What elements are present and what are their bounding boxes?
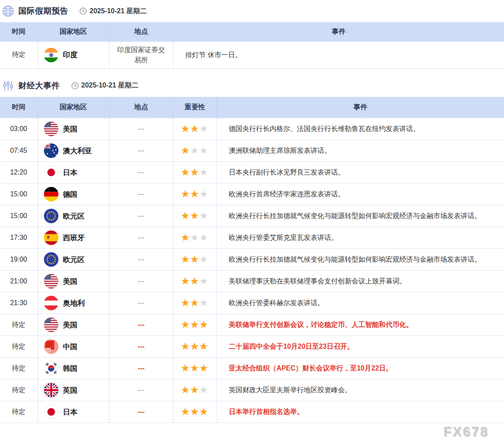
importance-rating: ★★★ [173, 205, 217, 227]
country-cell: 德国 [38, 184, 109, 205]
flag-jp-icon [44, 165, 58, 180]
importance-rating: ★★★ [173, 162, 217, 184]
flag-us-icon [44, 274, 58, 289]
table-row: 待定印度印度国家证券交易所排灯节 休市一日。 [0, 41, 504, 68]
time-cell: 17:30 [0, 227, 38, 249]
events-section-header: 财经大事件 2025-10-21 星期二 [0, 75, 504, 97]
col-header-time: 时间 [0, 97, 38, 118]
table-row: 15:00德国---★★★欧洲央行首席经济学家连恩发表讲话。 [0, 184, 504, 205]
holiday-section-header: 国际假期预告 2025-10-21 星期二 [0, 0, 504, 22]
country-name: 奥地利 [63, 298, 85, 308]
time-cell: 待定 [0, 336, 38, 358]
location-cell: --- [109, 358, 173, 379]
star-filled-icon: ★ [181, 232, 190, 243]
event-cell: 欧洲央行管委科赫尔发表讲话。 [217, 292, 504, 314]
star-filled-icon: ★ [181, 385, 190, 395]
location-cell: --- [109, 184, 173, 205]
star-filled-icon: ★ [181, 123, 190, 134]
event-cell: 亚太经合组织（APEC）财长会议举行，至10月22日。 [217, 358, 504, 379]
col-header-country: 国家地区 [38, 97, 109, 118]
star-empty-icon: ★ [200, 189, 209, 199]
country-name: 美国 [63, 320, 78, 330]
time-cell: 15:00 [0, 205, 38, 227]
country-cell: 美国 [38, 118, 109, 140]
fx678-watermark: FX678 [443, 424, 489, 440]
event-cell: 欧洲央行管委艾斯克里瓦发表讲话。 [217, 227, 504, 249]
country-cell: 美国 [38, 271, 109, 292]
country-name: 欧元区 [63, 211, 85, 221]
time-cell: 待定 [0, 401, 38, 423]
star-filled-icon: ★ [200, 363, 209, 373]
country-cell: 英国 [38, 379, 109, 401]
time-cell: 03:00 [0, 118, 38, 140]
time-cell: 12:20 [0, 162, 38, 184]
holiday-date: 2025-10-21 星期二 [79, 7, 147, 16]
star-filled-icon: ★ [181, 276, 190, 286]
country-name: 中国 [63, 342, 78, 352]
financial-calendar-page: 国际假期预告 2025-10-21 星期二 时间 国家地区 地点 事件 [0, 0, 504, 446]
clock-icon [71, 82, 79, 90]
location-cell: --- [109, 227, 173, 249]
importance-rating: ★★★ [173, 118, 217, 140]
country-name: 印度 [63, 50, 78, 60]
holiday-section-title: 国际假期预告 [18, 6, 68, 17]
star-filled-icon: ★ [181, 297, 190, 308]
table-row: 待定韩国---★★★亚太经合组织（APEC）财长会议举行，至10月22日。 [0, 358, 504, 379]
event-cell: 澳洲联储助理主席琼斯发表讲话。 [217, 140, 504, 162]
event-cell: 排灯节 休市一日。 [173, 41, 504, 68]
star-filled-icon: ★ [181, 167, 190, 178]
col-header-event: 事件 [173, 22, 504, 41]
location-cell: --- [109, 379, 173, 401]
location-cell: --- [109, 249, 173, 271]
time-cell: 待定 [0, 379, 38, 401]
star-filled-icon: ★ [181, 406, 190, 417]
events-section-title: 财经大事件 [18, 80, 60, 91]
importance-rating: ★★★ [173, 140, 217, 162]
country-name: 英国 [63, 385, 78, 395]
flag-au-icon [44, 143, 58, 158]
country-name: 日本 [63, 168, 78, 178]
location-cell: --- [109, 162, 173, 184]
event-cell: 日本举行首相指名选举。 [217, 401, 504, 423]
importance-rating: ★★★ [173, 249, 217, 271]
location-cell: --- [109, 140, 173, 162]
star-filled-icon: ★ [190, 297, 200, 308]
country-cell: 美国 [38, 314, 109, 336]
country-cell: 日本 [38, 401, 109, 423]
table-row: 07:45澳大利亚---★★★澳洲联储助理主席琼斯发表讲话。 [0, 140, 504, 162]
star-filled-icon: ★ [190, 406, 200, 417]
holiday-table: 时间 国家地区 地点 事件 待定印度印度国家证券交易所排灯节 休市一日。 [0, 22, 504, 69]
events-table-header-row: 时间 国家地区 地点 重要性 事件 [0, 97, 504, 118]
events-date: 2025-10-21 星期二 [71, 81, 139, 90]
importance-rating: ★★★ [173, 184, 217, 205]
time-cell: 待定 [0, 41, 38, 68]
table-row: 15:00欧元区---★★★欧洲央行行长拉加德就气候变化与能源转型如何影响宏观经… [0, 205, 504, 227]
time-cell: 07:45 [0, 140, 38, 162]
country-cell: 西班牙 [38, 227, 109, 249]
time-cell: 15:00 [0, 184, 38, 205]
event-cell: 二十届四中全会于10月20日至23日召开。 [217, 336, 504, 358]
table-row: 12:20日本---★★★日本央行副行长冰见野良三发表讲话。 [0, 162, 504, 184]
star-filled-icon: ★ [181, 210, 190, 221]
holiday-table-header-row: 时间 国家地区 地点 事件 [0, 22, 504, 41]
location-cell: --- [109, 336, 173, 358]
star-filled-icon: ★ [190, 385, 200, 395]
flag-de-icon [44, 187, 58, 201]
holiday-date-text: 2025-10-21 星期二 [90, 7, 147, 16]
col-header-event: 事件 [217, 97, 504, 118]
sliders-icon [2, 79, 14, 92]
star-empty-icon: ★ [190, 232, 200, 243]
table-row: 21:00美国---★★★美联储理事沃勒在美联储理事会支付创新会议上致开幕词。 [0, 271, 504, 292]
events-date-text: 2025-10-21 星期二 [81, 81, 139, 90]
star-filled-icon: ★ [190, 319, 200, 330]
location-cell: --- [109, 314, 173, 336]
event-cell: 欧洲央行首席经济学家连恩发表讲话。 [217, 184, 504, 205]
star-filled-icon: ★ [190, 210, 200, 221]
country-cell: 印度 [38, 41, 109, 68]
flag-es-icon [44, 230, 58, 245]
country-name: 德国 [63, 189, 78, 199]
flag-eu-icon [44, 252, 58, 267]
country-name: 日本 [63, 407, 78, 417]
col-header-location: 地点 [109, 97, 173, 118]
flag-kr-icon [44, 361, 58, 376]
